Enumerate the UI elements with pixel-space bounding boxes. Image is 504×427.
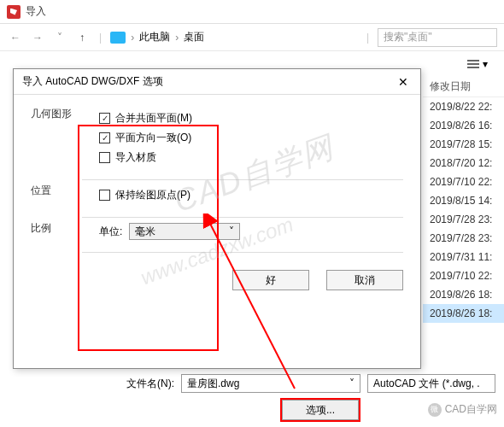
position-section: 位置 保持绘图原点(P) — [31, 180, 403, 210]
table-row[interactable]: 2018/7/20 12: — [423, 154, 504, 173]
filename-value: 量房图.dwg — [187, 377, 239, 391]
separator: | — [99, 32, 102, 44]
table-row[interactable]: 2019/8/15 14: — [423, 191, 504, 210]
chevron-down-icon: ▾ — [483, 58, 488, 70]
dialog-titlebar: 导入 AutoCAD DWG/DXF 选项 ✕ — [14, 69, 420, 95]
section-label: 几何图形 — [31, 103, 82, 173]
column-header-date[interactable]: 修改日期 — [423, 77, 504, 97]
unit-row: 单位: 毫米 ˅ — [82, 223, 403, 240]
keep-origin-checkbox-row[interactable]: 保持绘图原点(P) — [82, 185, 403, 205]
list-icon — [467, 60, 479, 68]
dropdown-icon[interactable]: ˅ — [51, 29, 68, 46]
chevron-down-icon: ˅ — [349, 377, 355, 389]
filename-label: 文件名(N): — [126, 377, 174, 391]
divider — [82, 252, 403, 253]
separator: | — [366, 32, 369, 44]
titlebar: 导入 — [0, 0, 504, 24]
options-button[interactable]: 选项... — [282, 400, 359, 420]
checkbox-icon[interactable]: ✓ — [99, 113, 110, 124]
forward-arrow-icon[interactable]: → — [29, 29, 46, 46]
merge-checkbox-row[interactable]: ✓ 合并共面平面(M) — [82, 108, 403, 128]
ok-button[interactable]: 好 — [232, 270, 309, 290]
bottom-bar: 文件名(N): 量房图.dwg ˅ AutoCAD 文件 (*.dwg, . 选… — [0, 369, 504, 427]
scale-section: 比例 单位: 毫米 ˅ — [31, 218, 403, 245]
up-arrow-icon[interactable]: ↑ — [73, 29, 91, 46]
table-row[interactable]: 2019/7/28 23: — [423, 229, 504, 248]
options-row: 选项... — [9, 400, 495, 420]
filetype-value: AutoCAD 文件 (*.dwg, . — [373, 377, 480, 391]
filetype-select[interactable]: AutoCAD 文件 (*.dwg, . — [367, 374, 495, 393]
unit-label: 单位: — [99, 225, 122, 239]
checkbox-label: 合并共面平面(M) — [115, 111, 192, 126]
breadcrumb[interactable]: › 此电脑 › 桌面 — [110, 30, 358, 44]
navbar: ← → ˅ ↑ | › 此电脑 › 桌面 | 搜索"桌面" — [0, 24, 504, 51]
table-row[interactable]: 2019/7/28 23: — [423, 210, 504, 229]
table-row[interactable]: 2019/7/10 22: — [423, 173, 504, 191]
view-mode-button[interactable]: ▾ — [461, 56, 494, 73]
checkbox-label: 平面方向一致(O) — [115, 131, 191, 145]
table-row[interactable]: 2019/8/26 18: — [423, 304, 504, 323]
search-placeholder: 搜索"桌面" — [384, 30, 432, 44]
options-dialog: 导入 AutoCAD DWG/DXF 选项 ✕ 几何图形 ✓ 合并共面平面(M)… — [13, 68, 421, 369]
checkbox-icon[interactable] — [99, 190, 110, 201]
unit-value: 毫米 — [135, 225, 155, 239]
dialog-title: 导入 AutoCAD DWG/DXF 选项 — [22, 74, 163, 89]
window-title: 导入 — [26, 4, 46, 19]
table-row[interactable]: 2019/7/10 22: — [423, 266, 504, 285]
wechat-icon: 微 — [428, 403, 442, 417]
pc-icon — [110, 32, 126, 44]
chevron-down-icon: ˅ — [229, 225, 234, 237]
table-row[interactable]: 2019/8/26 18: — [423, 285, 504, 304]
breadcrumb-item[interactable]: 此电脑 — [139, 30, 170, 44]
import-material-checkbox-row[interactable]: 导入材质 — [82, 148, 403, 167]
file-list: 修改日期 2019/8/22 22: 2019/8/26 16: 2019/7/… — [423, 77, 504, 323]
orient-checkbox-row[interactable]: ✓ 平面方向一致(O) — [82, 128, 403, 148]
dialog-buttons: 好 取消 — [14, 261, 420, 299]
wechat-badge: 微 CAD自学网 — [428, 402, 497, 417]
unit-select[interactable]: 毫米 ˅ — [129, 223, 240, 240]
section-label: 比例 — [31, 218, 82, 245]
checkbox-icon[interactable]: ✓ — [99, 132, 110, 143]
chevron-right-icon: › — [175, 32, 179, 44]
chevron-right-icon: › — [131, 32, 134, 44]
table-row[interactable]: 2019/8/22 22: — [423, 97, 504, 116]
badge-text: CAD自学网 — [445, 402, 497, 417]
filename-row: 文件名(N): 量房图.dwg ˅ AutoCAD 文件 (*.dwg, . — [9, 374, 495, 393]
cancel-button[interactable]: 取消 — [326, 270, 403, 290]
back-arrow-icon[interactable]: ← — [7, 29, 24, 46]
section-label: 位置 — [31, 180, 82, 210]
close-icon[interactable]: ✕ — [395, 73, 412, 91]
dialog-body: 几何图形 ✓ 合并共面平面(M) ✓ 平面方向一致(O) 导入材质 位置 — [14, 95, 420, 261]
checkbox-label: 保持绘图原点(P) — [115, 188, 190, 202]
table-row[interactable]: 2019/7/31 11: — [423, 248, 504, 266]
table-row[interactable]: 2019/8/26 16: — [423, 116, 504, 135]
checkbox-icon[interactable] — [99, 152, 110, 163]
search-input[interactable]: 搜索"桌面" — [378, 28, 497, 47]
geometry-section: 几何图形 ✓ 合并共面平面(M) ✓ 平面方向一致(O) 导入材质 — [31, 103, 403, 173]
app-icon — [7, 5, 21, 19]
table-row[interactable]: 2019/7/28 15: — [423, 135, 504, 154]
checkbox-label: 导入材质 — [115, 150, 156, 165]
breadcrumb-item[interactable]: 桌面 — [184, 30, 204, 44]
filename-input[interactable]: 量房图.dwg ˅ — [181, 374, 360, 393]
